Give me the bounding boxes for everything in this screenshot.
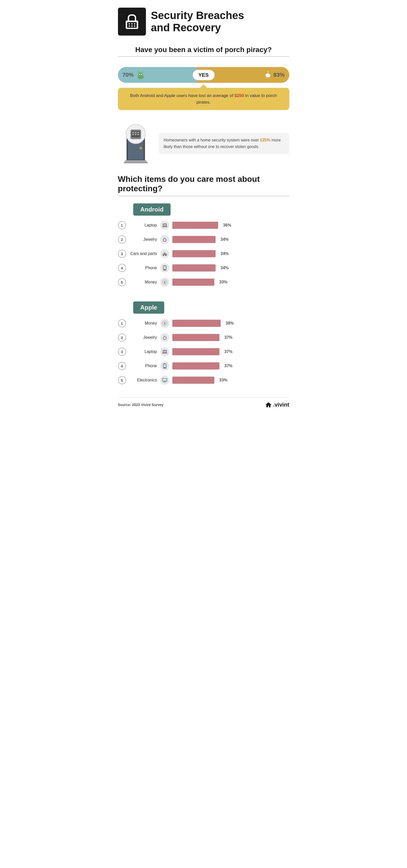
svg-point-11 bbox=[141, 74, 142, 75]
data-bar bbox=[172, 362, 220, 370]
items-section: Which items do you care most about prote… bbox=[108, 167, 299, 392]
rank-circle: 5 bbox=[118, 376, 126, 384]
svg-rect-15 bbox=[143, 76, 144, 78]
porch-piracy-section: Have you been a victim of porch piracy? … bbox=[108, 41, 299, 167]
svg-rect-28 bbox=[137, 134, 139, 135]
security-system-section: Homeowners with a home security system w… bbox=[108, 115, 299, 167]
item-icon: $ bbox=[160, 278, 169, 287]
svg-rect-14 bbox=[138, 76, 139, 78]
rank-circle: 4 bbox=[118, 362, 126, 370]
list-item: 3Laptop37% bbox=[118, 345, 289, 359]
svg-rect-25 bbox=[137, 132, 139, 133]
svg-rect-30 bbox=[124, 162, 148, 163]
svg-point-3 bbox=[131, 23, 133, 24]
item-label: Money bbox=[129, 321, 157, 326]
svg-text:$: $ bbox=[164, 322, 166, 325]
apple-group: Apple 1Money$38%2Jewelry37%3Laptop37%4Ph… bbox=[118, 297, 289, 387]
pct-label: 34% bbox=[221, 266, 229, 270]
rank-circle: 5 bbox=[118, 278, 126, 286]
svg-point-57 bbox=[164, 368, 165, 368]
rank-circle: 3 bbox=[118, 348, 126, 356]
vivint-home-icon bbox=[265, 401, 272, 408]
android-bars: 1Laptop36%2Jewelry34%3Cars and parts34%4… bbox=[118, 218, 289, 289]
android-group: Android 1Laptop36%2Jewelry34%3Cars and p… bbox=[118, 199, 289, 289]
svg-rect-52 bbox=[163, 350, 166, 352]
item-label: Money bbox=[129, 280, 157, 284]
svg-rect-27 bbox=[135, 134, 137, 135]
list-item: 4Phone37% bbox=[118, 359, 289, 373]
item-label: Electronics bbox=[129, 378, 157, 382]
android-label: Android bbox=[133, 204, 171, 216]
item-label: Laptop bbox=[129, 349, 157, 354]
svg-point-19 bbox=[140, 147, 142, 149]
rank-circle: 2 bbox=[118, 334, 126, 342]
android-pct: 70% bbox=[122, 72, 134, 78]
footer-source: Source: 2023 Vivint Survey bbox=[118, 403, 164, 407]
list-item: 5Electronics33% bbox=[118, 373, 289, 387]
security-callout-box: Homeowners with a home security system w… bbox=[158, 133, 289, 154]
pct-label: 34% bbox=[221, 251, 229, 256]
svg-rect-26 bbox=[132, 134, 134, 135]
security-system-icon-wrap bbox=[118, 123, 153, 164]
svg-point-4 bbox=[134, 23, 135, 24]
android-bar: 70% bbox=[118, 67, 197, 83]
item-icon: $ bbox=[160, 319, 169, 328]
rank-circle: 3 bbox=[118, 250, 126, 258]
data-bar bbox=[172, 265, 215, 272]
svg-rect-34 bbox=[164, 226, 166, 227]
rank-circle: 1 bbox=[118, 221, 126, 229]
pct-label: 37% bbox=[225, 349, 233, 354]
svg-point-10 bbox=[139, 74, 140, 75]
item-label: Jewelry bbox=[129, 335, 157, 340]
apple-pct: 83% bbox=[273, 72, 285, 78]
rank-circle: 1 bbox=[118, 319, 126, 327]
data-bar bbox=[172, 334, 220, 341]
header-lock-icon bbox=[118, 8, 146, 36]
svg-line-12 bbox=[138, 72, 139, 73]
item-icon bbox=[160, 249, 169, 258]
item-label: Cars and parts bbox=[129, 251, 157, 256]
list-item: 2Jewelry34% bbox=[118, 232, 289, 247]
svg-rect-29 bbox=[125, 160, 147, 162]
item-icon bbox=[160, 347, 169, 356]
svg-rect-43 bbox=[164, 266, 166, 269]
pct-label: 33% bbox=[220, 280, 228, 284]
svg-rect-41 bbox=[166, 254, 167, 254]
svg-point-44 bbox=[164, 270, 165, 270]
svg-rect-23 bbox=[132, 132, 134, 133]
items-title: Which items do you care most about prote… bbox=[118, 175, 289, 196]
data-bar bbox=[172, 222, 218, 229]
svg-rect-61 bbox=[163, 382, 166, 382]
svg-text:$: $ bbox=[164, 281, 166, 284]
item-icon bbox=[160, 221, 169, 230]
pct-label: 37% bbox=[225, 335, 233, 340]
data-bar bbox=[172, 348, 220, 355]
security-door-icon bbox=[119, 123, 152, 163]
rank-circle: 2 bbox=[118, 236, 126, 244]
svg-point-2 bbox=[128, 23, 129, 24]
header-title: Security Breaches and Recovery bbox=[151, 9, 244, 34]
pct-label: 36% bbox=[223, 223, 231, 227]
svg-rect-1 bbox=[127, 22, 137, 28]
svg-rect-59 bbox=[163, 379, 167, 381]
svg-point-50 bbox=[164, 335, 165, 337]
list-item: 1Laptop36% bbox=[118, 218, 289, 232]
yes-label: YES bbox=[192, 70, 214, 81]
svg-point-36 bbox=[164, 237, 165, 239]
data-bar bbox=[172, 250, 215, 257]
divider-1 bbox=[118, 56, 289, 57]
porch-piracy-title: Have you been a victim of porch piracy? bbox=[108, 41, 299, 56]
list-item: 1Money$38% bbox=[118, 316, 289, 331]
svg-point-5 bbox=[128, 25, 129, 27]
item-label: Laptop bbox=[129, 223, 157, 227]
svg-rect-40 bbox=[163, 254, 164, 254]
svg-rect-60 bbox=[164, 381, 166, 382]
svg-rect-24 bbox=[135, 132, 137, 133]
list-item: 3Cars and parts34% bbox=[118, 247, 289, 261]
footer: Source: 2023 Vivint Survey .vivint bbox=[118, 397, 289, 412]
header: Security Breaches and Recovery bbox=[108, 0, 299, 41]
item-icon bbox=[160, 361, 169, 371]
list-item: 2Jewelry37% bbox=[118, 331, 289, 345]
item-label: Jewelry bbox=[129, 237, 157, 242]
list-item: 5Money$33% bbox=[118, 275, 289, 289]
